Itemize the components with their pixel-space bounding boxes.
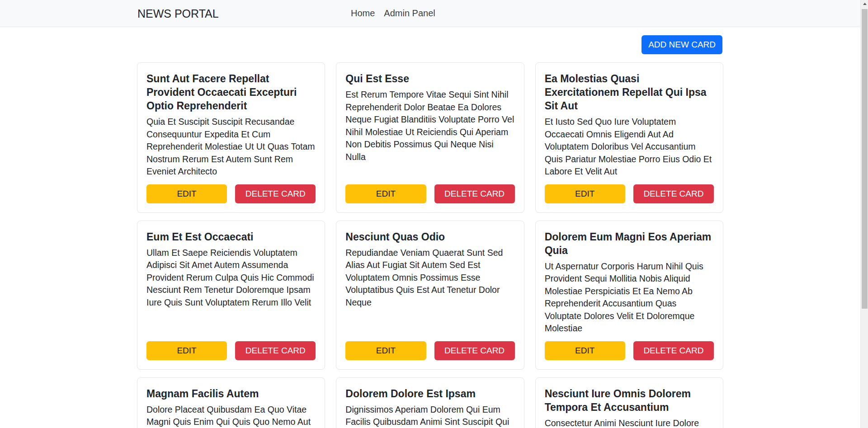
nav-link-home[interactable]: Home <box>347 5 378 22</box>
card-actions: EDIT DELETE CARD <box>344 341 515 361</box>
card-body-text: Est Rerum Tempore Vitae Sequi Sint Nihil… <box>345 89 514 163</box>
edit-button[interactable]: EDIT <box>545 184 625 203</box>
nav-link-admin-panel[interactable]: Admin Panel <box>380 5 439 22</box>
card-body-text: Ullam Et Saepe Reiciendis Voluptatem Adi… <box>146 247 316 309</box>
card-title: Magnam Facilis Autem <box>146 387 316 400</box>
cards-grid: Sunt Aut Facere Repellat Provident Occae… <box>137 62 723 428</box>
scrollbar-thumb[interactable] <box>862 9 868 309</box>
news-card: Nesciunt Iure Omnis Dolorem Tempora Et A… <box>535 377 723 428</box>
card-body-text: Dignissimos Aperiam Dolorem Qui Eum Faci… <box>345 404 514 428</box>
delete-card-button[interactable]: DELETE CARD <box>235 184 316 203</box>
card-body-text: Consectetur Animi Nesciunt Iure Dolore E… <box>545 417 714 428</box>
delete-card-button[interactable]: DELETE CARD <box>434 341 515 360</box>
news-card: Eum Et Est Occaecati Ullam Et Saepe Reic… <box>137 221 325 370</box>
delete-card-button[interactable]: DELETE CARD <box>633 184 714 203</box>
page: NEWS PORTAL Home Admin Panel ADD NEW CAR… <box>0 0 860 428</box>
card-title: Qui Est Esse <box>345 72 514 85</box>
navbar: NEWS PORTAL Home Admin Panel <box>0 0 860 27</box>
edit-button[interactable]: EDIT <box>345 341 426 360</box>
card-actions: EDIT DELETE CARD <box>544 341 715 361</box>
news-card: Dolorem Dolore Est Ipsam Dignissimos Ape… <box>336 377 524 428</box>
delete-card-button[interactable]: DELETE CARD <box>235 341 316 360</box>
brand-link[interactable]: NEWS PORTAL <box>137 7 219 20</box>
card-title: Eum Et Est Occaecati <box>146 230 316 244</box>
card-title: Sunt Aut Facere Repellat Provident Occae… <box>146 72 316 113</box>
add-new-card-button[interactable]: ADD NEW CARD <box>642 35 722 54</box>
card-body-text: Ut Aspernatur Corporis Harum Nihil Quis … <box>545 260 714 335</box>
card-title: Dolorem Eum Magni Eos Aperiam Quia <box>545 230 714 257</box>
news-card: Ea Molestias Quasi Exercitationem Repell… <box>535 62 723 213</box>
card-body-text: Et Iusto Sed Quo Iure Voluptatem Occaeca… <box>545 116 714 178</box>
edit-button[interactable]: EDIT <box>146 184 227 203</box>
news-card: Nesciunt Quas Odio Repudiandae Veniam Qu… <box>336 221 524 370</box>
vertical-scrollbar[interactable] <box>860 0 868 428</box>
card-actions: EDIT DELETE CARD <box>344 184 515 204</box>
card-actions: EDIT DELETE CARD <box>544 184 715 204</box>
card-body-text: Repudiandae Veniam Quaerat Sunt Sed Alia… <box>345 247 514 309</box>
nav-links: Home Admin Panel <box>347 0 439 27</box>
card-title: Dolorem Dolore Est Ipsam <box>345 387 514 400</box>
card-actions: EDIT DELETE CARD <box>146 184 316 204</box>
card-title: Nesciunt Iure Omnis Dolorem Tempora Et A… <box>545 387 714 414</box>
card-title: Ea Molestias Quasi Exercitationem Repell… <box>545 72 714 113</box>
scrollbar-up-arrow-icon[interactable] <box>861 0 868 8</box>
card-body-text: Quia Et Suscipit Suscipit Recusandae Con… <box>146 116 316 178</box>
edit-button[interactable]: EDIT <box>345 184 426 203</box>
edit-button[interactable]: EDIT <box>146 341 227 360</box>
delete-card-button[interactable]: DELETE CARD <box>434 184 515 203</box>
news-card: Magnam Facilis Autem Dolore Placeat Quib… <box>137 377 325 428</box>
card-actions: EDIT DELETE CARD <box>146 341 316 361</box>
card-body-text: Dolore Placeat Quibusdam Ea Quo Vitae Ma… <box>146 404 316 428</box>
delete-card-button[interactable]: DELETE CARD <box>633 341 714 360</box>
news-card: Qui Est Esse Est Rerum Tempore Vitae Seq… <box>336 62 524 213</box>
card-title: Nesciunt Quas Odio <box>345 230 514 244</box>
toolbar: ADD NEW CARD <box>0 27 860 62</box>
news-card: Dolorem Eum Magni Eos Aperiam Quia Ut As… <box>535 221 723 370</box>
edit-button[interactable]: EDIT <box>545 341 625 360</box>
news-card: Sunt Aut Facere Repellat Provident Occae… <box>137 62 325 213</box>
